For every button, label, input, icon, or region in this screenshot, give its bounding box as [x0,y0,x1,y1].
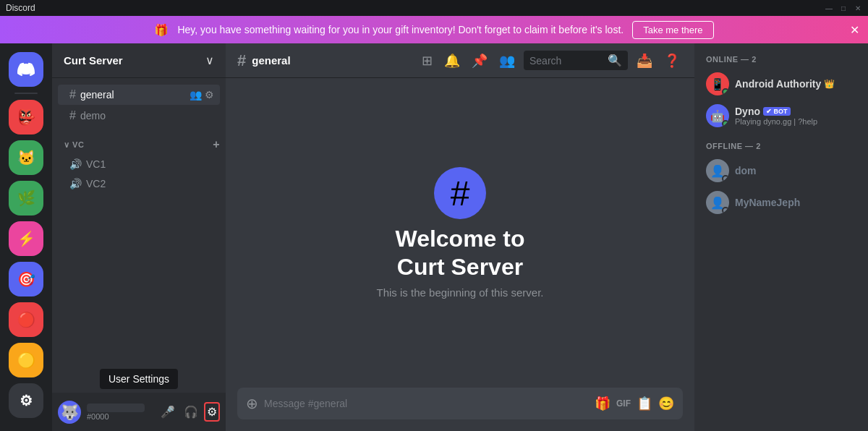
add-channel-icon[interactable]: + [213,138,220,151]
member-android-authority[interactable]: 📱 Android Authority 👑 [700,69,862,98]
text-channel-icon-demo: # [69,109,76,122]
search-icon: 🔍 [608,54,622,67]
title-bar: Discord — □ ✕ [0,0,868,16]
app-title: Discord [6,3,35,13]
channel-name: general [80,89,114,101]
welcome-title: Welcome toCurt Server [396,225,525,281]
welcome-icon: # [434,167,486,219]
server-name: Curt Server [64,54,123,67]
online-section-header: ONLINE — 2 [700,55,862,64]
server-dropdown-icon: ∨ [205,54,214,67]
sticker-button[interactable]: 📋 [637,396,652,411]
online-status [722,88,729,95]
gift-icon: 🎁 [154,23,169,37]
server-icon-4[interactable]: ⚡ [9,221,43,256]
discord-home-icon[interactable] [9,52,43,87]
member-name-dyno: Dyno [735,106,760,117]
user-panel: User Settings 🐺 #0000 🎤 🎧 ⚙ [52,393,226,431]
server-icon-7[interactable]: 🟡 [9,343,43,377]
online-status-dyno [722,120,729,127]
category-vc[interactable]: ∨ vc + [52,127,226,154]
member-name-mynamejeph: MyNameJeph [735,197,800,208]
inbox-button[interactable]: 📥 [634,50,655,72]
offline-status-dom [722,175,729,182]
user-settings-tooltip: User Settings [100,369,178,389]
pin-button[interactable]: 📌 [469,50,490,72]
channel-item-vc1[interactable]: 🔊 VC1 [58,155,220,174]
server-divider [14,93,38,94]
message-area: # Welcome toCurt Server This is the begi… [226,78,694,388]
channel-name-vc1: VC1 [86,158,106,170]
channel-header-name: general [252,54,290,67]
channel-header: # general ⊞ 🔔 📌 👥 🔍 📥 ❓ [226,43,694,78]
maximize-button[interactable]: □ [839,4,848,12]
close-button[interactable]: ✕ [854,4,862,12]
member-mynamejeph[interactable]: 👤 MyNameJeph [700,188,862,217]
text-channel-icon: # [69,88,76,101]
member-name-row-dyno: Dyno ✔ BOT [735,106,856,117]
add-content-button[interactable]: ⊕ [246,395,258,412]
server-icon-3[interactable]: 🌿 [9,181,43,216]
banner-text: Hey, you have something waiting for you … [177,24,624,35]
notifications-button[interactable]: 🔔 [441,50,463,72]
crown-icon: 👑 [824,79,835,89]
message-input[interactable] [264,398,589,409]
member-name: Android Authority [735,78,821,90]
member-name-row: Android Authority 👑 [735,78,856,90]
microphone-button[interactable]: 🎤 [158,402,178,422]
channel-item-vc2[interactable]: 🔊 VC2 [58,174,220,193]
emoji-button[interactable]: 😊 [658,396,674,411]
gif-button[interactable]: GIF [616,398,631,409]
server-icon-8[interactable]: ⚙ [9,383,43,418]
main-layout: 👺 🐱 🌿 ⚡ 🎯 🔴 🟡 ⚙ Curt Server ∨ # general … [0,43,868,431]
member-avatar-mynamejeph: 👤 [706,191,729,214]
members-sidebar: ONLINE — 2 📱 Android Authority 👑 🤖 [694,43,868,431]
member-name-dom: dom [735,165,757,176]
member-info-dyno: Dyno ✔ BOT Playing dyno.gg | ?help [735,106,856,126]
username [87,404,145,412]
member-avatar-dom: 👤 [706,159,729,182]
member-dom[interactable]: 👤 dom [700,156,862,185]
banner-close-button[interactable]: ✕ [850,23,859,37]
channel-settings-icon[interactable]: ⚙ [205,89,214,101]
server-icon-1[interactable]: 👺 [9,100,43,135]
minimize-button[interactable]: — [825,4,833,12]
channel-item-demo[interactable]: # demo [58,106,220,126]
member-activity-dyno: Playing dyno.gg | ?help [735,117,856,126]
headphone-button[interactable]: 🎧 [181,402,201,422]
server-sidebar: 👺 🐱 🌿 ⚡ 🎯 🔴 🟡 ⚙ [0,43,52,431]
search-box: 🔍 [524,51,628,70]
member-avatar-android-authority: 📱 [706,72,729,95]
server-icon-5[interactable]: 🎯 [9,262,43,296]
voice-channel-icon-vc1: 🔊 [69,158,82,170]
member-info-dom: dom [735,164,856,177]
member-info-mynamejeph: MyNameJeph [735,196,856,209]
threads-button[interactable]: ⊞ [419,50,435,72]
notification-banner: 🎁 Hey, you have something waiting for yo… [0,16,868,43]
take-me-there-button[interactable]: Take me there [632,21,713,39]
member-info-android-authority: Android Authority 👑 [735,78,856,90]
voice-channel-icon-vc2: 🔊 [69,178,82,189]
gift-button[interactable]: 🎁 [595,396,610,411]
search-input[interactable] [529,55,603,67]
user-avatar: 🐺 [58,401,81,424]
user-settings-button[interactable]: ⚙ [204,402,220,422]
server-header[interactable]: Curt Server ∨ [52,43,226,78]
channel-actions: 👥 ⚙ [190,89,214,101]
member-dyno[interactable]: 🤖 Dyno ✔ BOT Playing dyno.gg | ?help [700,101,862,130]
message-input-box: ⊕ 🎁 GIF 📋 😊 [237,388,683,419]
message-input-area: ⊕ 🎁 GIF 📋 😊 [226,388,694,431]
channel-item-general[interactable]: # general 👥 ⚙ [58,85,220,105]
channel-name-vc2: VC2 [86,178,106,189]
offline-section-header: OFFLINE — 2 [700,142,862,150]
members-button[interactable]: 👥 [496,50,518,72]
server-icon-6[interactable]: 🔴 [9,302,43,337]
help-button[interactable]: ❓ [661,50,683,72]
bot-badge: ✔ BOT [763,107,791,116]
offline-status-mynamejeph [722,207,729,214]
server-icon-2[interactable]: 🐱 [9,140,43,175]
member-avatar-dyno: 🤖 [706,104,729,127]
channel-name-demo: demo [80,110,106,121]
user-info: #0000 [87,404,152,421]
add-member-icon[interactable]: 👥 [190,89,202,101]
